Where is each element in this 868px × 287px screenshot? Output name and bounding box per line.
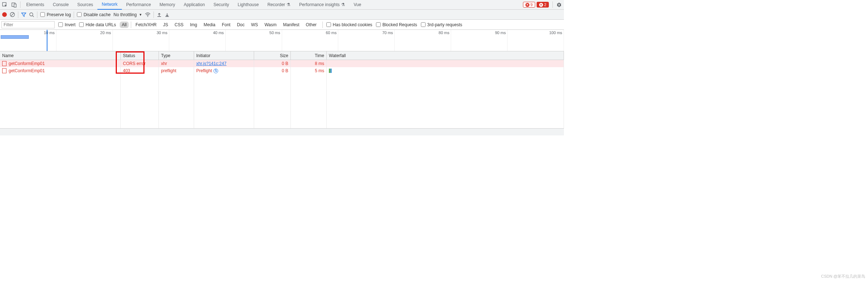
search-icon[interactable]	[29, 12, 34, 17]
blocked-requests-label: Blocked Requests	[382, 22, 417, 27]
file-icon	[2, 68, 6, 73]
filter-type-manifest[interactable]: Manifest	[281, 22, 301, 28]
col-name[interactable]: Name	[0, 51, 121, 60]
tab-security[interactable]: Security	[209, 0, 233, 10]
filter-type-all[interactable]: All	[120, 22, 129, 28]
filter-type-font[interactable]: Font	[220, 22, 233, 28]
clear-button[interactable]	[10, 12, 15, 17]
tab-memory[interactable]: Memory	[155, 0, 179, 10]
blocked-cookies-checkbox[interactable]: Has blocked cookies	[326, 22, 372, 27]
tab-lighthouse[interactable]: Lighthouse	[233, 0, 263, 10]
filter-type-media[interactable]: Media	[201, 22, 217, 28]
timeline-label: 10 ms	[44, 31, 55, 35]
hide-data-urls-checkbox[interactable]: Hide data URLs	[79, 22, 116, 27]
third-party-checkbox[interactable]: 3rd-party requests	[421, 22, 462, 27]
devtools-tabbar: ElementsConsoleSourcesNetworkPerformance…	[0, 0, 564, 10]
invert-checkbox[interactable]: Invert	[58, 22, 75, 27]
tab-performance[interactable]: Performance	[122, 0, 155, 10]
filter-type-css[interactable]: CSS	[173, 22, 186, 28]
download-har-icon[interactable]	[165, 12, 170, 17]
tab-application[interactable]: Application	[179, 0, 209, 10]
table-row[interactable]: getConformEmp01CORS errorxhrxhr.js?141c:…	[0, 60, 564, 67]
settings-icon[interactable]	[554, 2, 564, 8]
filter-bar: Invert Hide data URLs AllFetch/XHRJSCSSI…	[0, 20, 564, 30]
filter-type-other[interactable]: Other	[304, 22, 319, 28]
preflight-label[interactable]: Preflight ⇅	[196, 68, 218, 73]
filter-type-wasm[interactable]: Wasm	[262, 22, 279, 28]
col-time[interactable]: Time	[291, 51, 327, 60]
network-conditions-icon[interactable]	[145, 12, 151, 17]
tab-sources[interactable]: Sources	[73, 0, 97, 10]
hide-data-urls-label: Hide data URLs	[86, 22, 116, 27]
filter-toggle-icon[interactable]	[21, 12, 26, 17]
col-type[interactable]: Type	[159, 51, 194, 60]
table-header: Name Status Type Initiator Size Time Wat…	[0, 51, 564, 60]
tab-performance-insights[interactable]: Performance insights⚗	[295, 0, 349, 10]
timeline-label: 90 ms	[495, 31, 506, 35]
timeline-overview[interactable]: 10 ms20 ms30 ms40 ms50 ms60 ms70 ms80 ms…	[0, 30, 564, 51]
errors-count: 9	[531, 3, 533, 7]
filter-type-ws[interactable]: WS	[249, 22, 260, 28]
tab-console[interactable]: Console	[49, 0, 73, 10]
tab-network[interactable]: Network	[97, 0, 122, 10]
cell-type: xhr	[159, 60, 194, 67]
issues-badge[interactable]: ✕2	[537, 2, 549, 8]
status-bar	[0, 128, 564, 135]
filter-type-doc[interactable]: Doc	[235, 22, 247, 28]
svg-point-5	[30, 13, 33, 16]
disable-cache-label: Disable cache	[83, 12, 110, 17]
col-waterfall[interactable]: Waterfall	[327, 51, 564, 60]
device-toggle-icon[interactable]	[9, 0, 19, 9]
tab-vue[interactable]: Vue	[349, 0, 366, 10]
cell-status: 403	[121, 67, 159, 74]
cell-size: 0 B	[254, 60, 291, 67]
throttling-select[interactable]: No throttling▼	[114, 12, 142, 17]
filter-type-img[interactable]: Img	[188, 22, 199, 28]
network-toolbar: Preserve log Disable cache No throttling…	[0, 10, 564, 20]
cell-initiator: xhr.js?141c:247	[194, 60, 254, 67]
cell-initiator: Preflight ⇅	[194, 67, 254, 74]
separator	[131, 22, 131, 28]
flask-icon: ⚗	[341, 2, 345, 7]
tab-recorder[interactable]: Recorder⚗	[263, 0, 295, 10]
blocked-requests-checkbox[interactable]: Blocked Requests	[376, 22, 417, 27]
tab-elements[interactable]: Elements	[22, 0, 49, 10]
errors-badge[interactable]: ✕9	[523, 2, 535, 8]
filter-input[interactable]	[1, 21, 55, 28]
cell-size: 0 B	[254, 67, 291, 74]
cell-name: getConformEmp01	[0, 67, 121, 74]
filter-type-fetchxhr[interactable]: Fetch/XHR	[133, 22, 159, 28]
file-icon	[2, 61, 6, 66]
cell-waterfall	[327, 67, 564, 74]
timeline-label: 80 ms	[438, 31, 449, 35]
initiator-link[interactable]: xhr.js?141c:247	[196, 61, 226, 66]
separator	[37, 11, 37, 18]
timeline-label: 70 ms	[382, 31, 393, 35]
timeline-label: 20 ms	[100, 31, 111, 35]
upload-har-icon[interactable]	[157, 12, 162, 17]
timeline-bar	[1, 35, 29, 39]
timeline-label: 100 ms	[549, 31, 562, 35]
timeline-label: 60 ms	[326, 31, 336, 35]
timeline-label: 40 ms	[213, 31, 224, 35]
filter-type-js[interactable]: JS	[161, 22, 170, 28]
disable-cache-checkbox[interactable]: Disable cache	[77, 12, 110, 17]
waterfall-bar	[329, 69, 332, 73]
svg-line-6	[33, 15, 34, 17]
table-row[interactable]: getConformEmp01403preflightPreflight ⇅0 …	[0, 67, 564, 74]
blocked-cookies-label: Has blocked cookies	[333, 22, 372, 27]
cell-type: preflight	[159, 67, 194, 74]
separator	[20, 1, 20, 8]
col-initiator[interactable]: Initiator	[194, 51, 254, 60]
col-status[interactable]: Status	[121, 51, 159, 60]
cell-status: CORS error	[121, 60, 159, 67]
timeline-label: 30 ms	[157, 31, 167, 35]
timeline-label: 50 ms	[270, 31, 280, 35]
request-table: getConformEmp01CORS errorxhrxhr.js?141c:…	[0, 60, 564, 128]
third-party-label: 3rd-party requests	[427, 22, 462, 27]
preserve-log-checkbox[interactable]: Preserve log	[40, 12, 71, 17]
inspect-icon[interactable]	[0, 0, 9, 9]
table-fill	[0, 74, 564, 128]
col-size[interactable]: Size	[254, 51, 291, 60]
record-button[interactable]	[2, 12, 7, 17]
